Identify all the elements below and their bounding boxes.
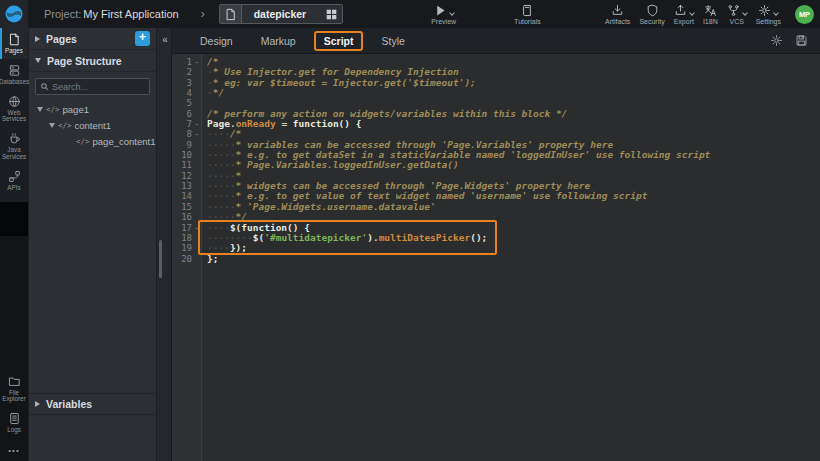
- code-line[interactable]: 11·····* Page.Variables.loggedInUser.get…: [172, 160, 820, 170]
- fold-marker[interactable]: -: [192, 119, 202, 129]
- chevron-down-icon[interactable]: [449, 10, 455, 16]
- variables-section-header[interactable]: Variables: [29, 393, 156, 415]
- vcs-button[interactable]: VCS: [727, 0, 747, 28]
- rail-spacer: [0, 236, 28, 370]
- script-settings-icon[interactable]: [770, 34, 783, 47]
- line-number: 13: [172, 181, 192, 191]
- page-structure-header[interactable]: Page Structure: [29, 50, 156, 72]
- code-line[interactable]: 7-Page.onReady = function() {: [172, 119, 820, 129]
- code-line[interactable]: 4·*/: [172, 88, 820, 98]
- open-page-tab[interactable]: datepicker: [219, 4, 344, 24]
- tab-design[interactable]: Design: [190, 31, 243, 51]
- collapse-panel-button[interactable]: «: [157, 32, 173, 48]
- fold-marker: [192, 233, 202, 243]
- chevron-down-icon[interactable]: [689, 10, 695, 16]
- line-number: 4: [172, 88, 192, 98]
- line-number: 6: [172, 109, 192, 119]
- action-label: Tutorials: [514, 18, 541, 25]
- tree-node-page1[interactable]: </>page1: [29, 101, 156, 117]
- fold-marker: [192, 191, 202, 201]
- collapsed-arrow-icon[interactable]: [35, 36, 40, 42]
- fold-marker[interactable]: -: [192, 57, 202, 67]
- code-icon: </>: [58, 121, 72, 130]
- search-box[interactable]: [35, 78, 150, 95]
- topbar-right-actions: ArtifactsSecurityExportI18NVCSSettings: [605, 0, 781, 28]
- fold-marker: [192, 67, 202, 77]
- top-bar: Project: My First Application › datepick…: [0, 0, 820, 28]
- line-number: 7: [172, 119, 192, 129]
- action-label: Settings: [756, 18, 781, 25]
- action-label: Preview: [431, 18, 456, 25]
- fold-marker: [192, 212, 202, 222]
- security-button[interactable]: Security: [639, 0, 664, 28]
- fold-marker: [192, 98, 202, 108]
- line-number: 16: [172, 212, 192, 222]
- preview-button[interactable]: Preview: [431, 0, 456, 28]
- grid-icon[interactable]: [320, 5, 342, 23]
- play-icon: [434, 4, 447, 17]
- save-icon[interactable]: [795, 34, 808, 47]
- page-icon: [8, 33, 21, 46]
- sidebar-item-logs[interactable]: Logs: [0, 407, 28, 438]
- line-number: 19: [172, 243, 192, 253]
- sidebar-item-pages[interactable]: Pages: [0, 28, 28, 59]
- chevron-down-icon[interactable]: [742, 10, 748, 16]
- code-line[interactable]: 3·* eg: var $timeout = Injector.get('$ti…: [172, 78, 820, 88]
- sidebar-item-label: Web Services: [0, 110, 28, 124]
- widget-tree: </>page1</>content1</>page_content1: [29, 101, 156, 149]
- artifacts-button[interactable]: Artifacts: [605, 0, 630, 28]
- expanded-arrow-icon[interactable]: [35, 58, 41, 63]
- line-number: 8: [172, 129, 192, 139]
- fold-marker[interactable]: -: [192, 129, 202, 139]
- add-page-button[interactable]: +: [135, 31, 150, 46]
- branch-icon: [727, 4, 740, 17]
- tab-markup[interactable]: Markup: [251, 31, 306, 51]
- fold-marker: [192, 160, 202, 170]
- sidebar-item-web-services[interactable]: Web Services: [0, 90, 28, 128]
- project-name[interactable]: My First Application: [83, 8, 178, 20]
- chevron-down-icon[interactable]: [774, 10, 780, 16]
- line-text: ·* eg: var $timeout = Injector.get('$tim…: [202, 78, 476, 88]
- search-input[interactable]: [52, 82, 145, 92]
- wavemaker-logo[interactable]: [0, 0, 28, 28]
- tab-script[interactable]: Script: [314, 31, 364, 51]
- line-text: ·*/: [202, 88, 224, 98]
- code-line[interactable]: 20};: [172, 254, 820, 264]
- pages-section-header[interactable]: Pages +: [29, 28, 156, 50]
- sidebar-item-apis[interactable]: APIs: [0, 165, 28, 196]
- tree-node-page_content1[interactable]: </>page_content1: [29, 133, 156, 149]
- sidebar-item-label: Logs: [7, 427, 21, 434]
- expanded-arrow-icon[interactable]: [37, 107, 43, 112]
- tutorials-button[interactable]: Tutorials: [514, 0, 541, 28]
- sidebar-item-databases[interactable]: Databases: [0, 59, 28, 90]
- avatar[interactable]: MP: [795, 5, 814, 24]
- sidebar-item-label: Java Services: [0, 147, 28, 161]
- line-number: 18: [172, 233, 192, 243]
- fold-marker: [192, 150, 202, 160]
- code-line[interactable]: 15·····* 'Page.Widgets.username.datavalu…: [172, 202, 820, 212]
- page-document-icon[interactable]: [220, 5, 242, 23]
- fold-marker: [192, 88, 202, 98]
- rail-divider: [0, 202, 28, 236]
- fold-marker: [192, 181, 202, 191]
- app-window: Project: My First Application › datepick…: [0, 0, 820, 461]
- editor-area: DesignMarkupScriptStyle 1-/*2·* Use Inje…: [172, 28, 820, 461]
- sidebar-item-java-services[interactable]: Java Services: [0, 127, 28, 165]
- panel-scrollbar[interactable]: [159, 240, 162, 278]
- more-options-button[interactable]: •••: [0, 438, 28, 461]
- i18n-button[interactable]: I18N: [703, 0, 718, 28]
- expanded-arrow-icon[interactable]: [49, 123, 55, 128]
- fold-marker[interactable]: -: [192, 223, 202, 233]
- code-line[interactable]: 18········$('#multidatepicker').multiDat…: [172, 233, 820, 243]
- page-tab-label: datepicker: [242, 8, 321, 20]
- line-number: 10: [172, 150, 192, 160]
- tab-style[interactable]: Style: [371, 31, 414, 51]
- tree-node-content1[interactable]: </>content1: [29, 117, 156, 133]
- code-editor[interactable]: 1-/*2·* Use Injector.get for Dependency …: [172, 54, 820, 461]
- sidebar-item-file-explorer[interactable]: File Explorer: [0, 370, 28, 408]
- code-line[interactable]: 19····});: [172, 243, 820, 253]
- export-button[interactable]: Export: [674, 0, 694, 28]
- line-number: 9: [172, 140, 192, 150]
- settings-button[interactable]: Settings: [756, 0, 781, 28]
- collapsed-arrow-icon[interactable]: [35, 401, 40, 407]
